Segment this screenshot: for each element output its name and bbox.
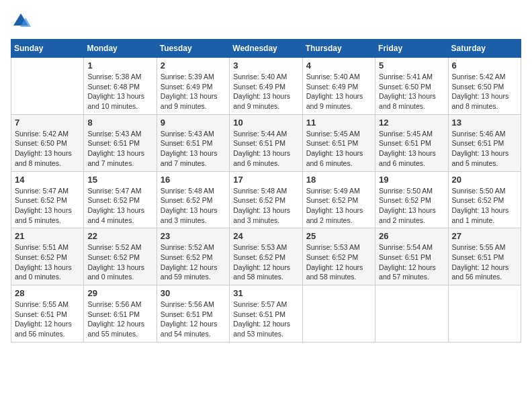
day-number: 25 <box>306 231 371 241</box>
calendar-cell: 29Sunrise: 5:56 AM Sunset: 6:51 PM Dayli… <box>84 285 157 342</box>
calendar-cell <box>448 285 521 342</box>
calendar-cell: 11Sunrise: 5:45 AM Sunset: 6:51 PM Dayli… <box>302 114 375 171</box>
calendar-cell: 13Sunrise: 5:46 AM Sunset: 6:51 PM Dayli… <box>448 114 521 171</box>
day-number: 30 <box>161 288 226 298</box>
day-info: Sunrise: 5:55 AM Sunset: 6:51 PM Dayligh… <box>452 242 517 282</box>
day-info: Sunrise: 5:48 AM Sunset: 6:52 PM Dayligh… <box>233 186 298 226</box>
day-number: 15 <box>87 175 152 185</box>
day-info: Sunrise: 5:53 AM Sunset: 6:52 PM Dayligh… <box>233 242 298 282</box>
day-info: Sunrise: 5:52 AM Sunset: 6:52 PM Dayligh… <box>161 242 226 282</box>
day-info: Sunrise: 5:54 AM Sunset: 6:51 PM Dayligh… <box>379 242 444 282</box>
calendar-week-row: 21Sunrise: 5:51 AM Sunset: 6:52 PM Dayli… <box>11 228 521 285</box>
calendar-cell: 30Sunrise: 5:56 AM Sunset: 6:51 PM Dayli… <box>157 285 229 342</box>
calendar-cell <box>375 285 448 342</box>
day-number: 9 <box>161 118 226 128</box>
day-info: Sunrise: 5:39 AM Sunset: 6:49 PM Dayligh… <box>161 72 226 111</box>
day-number: 7 <box>15 118 80 128</box>
day-number: 2 <box>161 60 226 71</box>
calendar-cell: 12Sunrise: 5:45 AM Sunset: 6:51 PM Dayli… <box>375 114 448 171</box>
logo <box>11 11 34 31</box>
day-info: Sunrise: 5:50 AM Sunset: 6:52 PM Dayligh… <box>379 186 444 226</box>
calendar-cell: 23Sunrise: 5:52 AM Sunset: 6:52 PM Dayli… <box>157 228 229 285</box>
day-info: Sunrise: 5:51 AM Sunset: 6:52 PM Dayligh… <box>15 242 80 282</box>
calendar-cell: 18Sunrise: 5:49 AM Sunset: 6:52 PM Dayli… <box>302 171 375 228</box>
day-number: 24 <box>233 231 298 241</box>
calendar-header-tuesday: Tuesday <box>157 40 229 58</box>
calendar-cell: 22Sunrise: 5:52 AM Sunset: 6:52 PM Dayli… <box>84 228 157 285</box>
day-info: Sunrise: 5:50 AM Sunset: 6:52 PM Dayligh… <box>452 186 517 226</box>
day-info: Sunrise: 5:41 AM Sunset: 6:50 PM Dayligh… <box>379 72 444 111</box>
calendar-cell: 21Sunrise: 5:51 AM Sunset: 6:52 PM Dayli… <box>11 228 84 285</box>
day-number: 21 <box>15 231 80 241</box>
calendar-cell: 14Sunrise: 5:47 AM Sunset: 6:52 PM Dayli… <box>11 171 84 228</box>
day-number: 6 <box>452 60 517 71</box>
day-number: 1 <box>87 60 152 71</box>
page-header <box>11 11 521 31</box>
day-number: 27 <box>452 231 517 241</box>
day-number: 22 <box>87 231 152 241</box>
day-info: Sunrise: 5:40 AM Sunset: 6:49 PM Dayligh… <box>306 72 371 111</box>
day-info: Sunrise: 5:48 AM Sunset: 6:52 PM Dayligh… <box>161 186 226 226</box>
day-info: Sunrise: 5:38 AM Sunset: 6:48 PM Dayligh… <box>87 72 152 111</box>
calendar-cell: 7Sunrise: 5:42 AM Sunset: 6:50 PM Daylig… <box>11 114 84 171</box>
calendar-table: SundayMondayTuesdayWednesdayThursdayFrid… <box>11 39 521 342</box>
day-number: 26 <box>379 231 444 241</box>
day-info: Sunrise: 5:55 AM Sunset: 6:51 PM Dayligh… <box>15 300 80 339</box>
day-number: 31 <box>233 288 298 298</box>
day-info: Sunrise: 5:56 AM Sunset: 6:51 PM Dayligh… <box>87 300 152 339</box>
day-info: Sunrise: 5:45 AM Sunset: 6:51 PM Dayligh… <box>306 129 371 169</box>
calendar-cell: 8Sunrise: 5:43 AM Sunset: 6:51 PM Daylig… <box>84 114 157 171</box>
day-info: Sunrise: 5:52 AM Sunset: 6:52 PM Dayligh… <box>87 242 152 282</box>
day-info: Sunrise: 5:43 AM Sunset: 6:51 PM Dayligh… <box>87 129 152 169</box>
day-info: Sunrise: 5:42 AM Sunset: 6:50 PM Dayligh… <box>452 72 517 111</box>
day-number: 23 <box>161 231 226 241</box>
day-number: 5 <box>379 60 444 71</box>
calendar-cell: 6Sunrise: 5:42 AM Sunset: 6:50 PM Daylig… <box>448 58 521 115</box>
day-info: Sunrise: 5:57 AM Sunset: 6:51 PM Dayligh… <box>233 300 298 339</box>
day-number: 17 <box>233 175 298 185</box>
calendar-cell: 25Sunrise: 5:53 AM Sunset: 6:52 PM Dayli… <box>302 228 375 285</box>
day-number: 4 <box>306 60 371 71</box>
day-number: 10 <box>233 118 298 128</box>
day-number: 12 <box>379 118 444 128</box>
day-number: 14 <box>15 175 80 185</box>
day-info: Sunrise: 5:47 AM Sunset: 6:52 PM Dayligh… <box>87 186 152 226</box>
logo-icon <box>11 11 31 31</box>
day-info: Sunrise: 5:43 AM Sunset: 6:51 PM Dayligh… <box>161 129 226 169</box>
day-info: Sunrise: 5:40 AM Sunset: 6:49 PM Dayligh… <box>233 72 298 111</box>
calendar-cell <box>302 285 375 342</box>
day-number: 16 <box>161 175 226 185</box>
calendar-cell: 24Sunrise: 5:53 AM Sunset: 6:52 PM Dayli… <box>230 228 302 285</box>
calendar-cell: 1Sunrise: 5:38 AM Sunset: 6:48 PM Daylig… <box>84 58 157 115</box>
calendar-header-wednesday: Wednesday <box>230 40 302 58</box>
day-info: Sunrise: 5:42 AM Sunset: 6:50 PM Dayligh… <box>15 129 80 169</box>
calendar-cell: 15Sunrise: 5:47 AM Sunset: 6:52 PM Dayli… <box>84 171 157 228</box>
calendar-cell: 31Sunrise: 5:57 AM Sunset: 6:51 PM Dayli… <box>230 285 302 342</box>
calendar-cell: 27Sunrise: 5:55 AM Sunset: 6:51 PM Dayli… <box>448 228 521 285</box>
day-number: 20 <box>452 175 517 185</box>
calendar-week-row: 14Sunrise: 5:47 AM Sunset: 6:52 PM Dayli… <box>11 171 521 228</box>
day-info: Sunrise: 5:45 AM Sunset: 6:51 PM Dayligh… <box>379 129 444 169</box>
calendar-cell: 3Sunrise: 5:40 AM Sunset: 6:49 PM Daylig… <box>230 58 302 115</box>
day-number: 11 <box>306 118 371 128</box>
calendar-cell: 26Sunrise: 5:54 AM Sunset: 6:51 PM Dayli… <box>375 228 448 285</box>
day-number: 28 <box>15 288 80 298</box>
calendar-header-saturday: Saturday <box>448 40 521 58</box>
calendar-week-row: 7Sunrise: 5:42 AM Sunset: 6:50 PM Daylig… <box>11 114 521 171</box>
day-info: Sunrise: 5:53 AM Sunset: 6:52 PM Dayligh… <box>306 242 371 282</box>
day-number: 3 <box>233 60 298 71</box>
calendar-header-friday: Friday <box>375 40 448 58</box>
calendar-header-row: SundayMondayTuesdayWednesdayThursdayFrid… <box>11 40 521 58</box>
day-info: Sunrise: 5:44 AM Sunset: 6:51 PM Dayligh… <box>233 129 298 169</box>
calendar-cell: 2Sunrise: 5:39 AM Sunset: 6:49 PM Daylig… <box>157 58 229 115</box>
day-info: Sunrise: 5:46 AM Sunset: 6:51 PM Dayligh… <box>452 129 517 169</box>
day-number: 19 <box>379 175 444 185</box>
calendar-cell: 16Sunrise: 5:48 AM Sunset: 6:52 PM Dayli… <box>157 171 229 228</box>
calendar-cell: 28Sunrise: 5:55 AM Sunset: 6:51 PM Dayli… <box>11 285 84 342</box>
day-number: 13 <box>452 118 517 128</box>
calendar-cell: 10Sunrise: 5:44 AM Sunset: 6:51 PM Dayli… <box>230 114 302 171</box>
day-info: Sunrise: 5:56 AM Sunset: 6:51 PM Dayligh… <box>161 300 226 339</box>
calendar-cell: 17Sunrise: 5:48 AM Sunset: 6:52 PM Dayli… <box>230 171 302 228</box>
day-info: Sunrise: 5:49 AM Sunset: 6:52 PM Dayligh… <box>306 186 371 226</box>
day-number: 18 <box>306 175 371 185</box>
